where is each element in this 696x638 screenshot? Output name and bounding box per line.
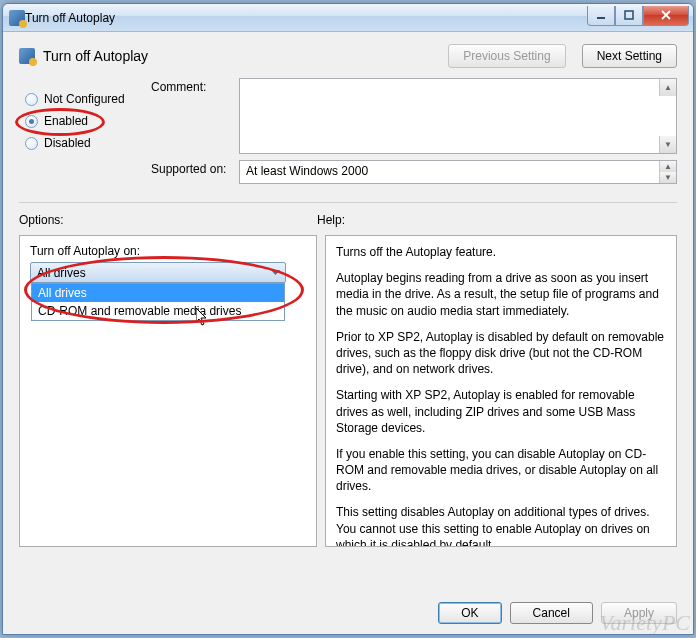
autoplay-on-dropdown[interactable]: All drives All drives CD-ROM and removab…	[30, 262, 286, 283]
radio-not-configured-row[interactable]: Not Configured	[25, 92, 133, 106]
comment-label: Comment:	[151, 78, 239, 154]
supported-on-field: At least Windows 2000 ▲ ▼	[239, 160, 677, 184]
footer-buttons: OK Cancel Apply	[438, 602, 677, 624]
radio-enabled[interactable]	[25, 115, 38, 128]
scroll-down-button[interactable]: ▼	[659, 136, 676, 153]
options-pane: Turn off Autoplay on: All drives All dri…	[19, 235, 317, 547]
radio-not-configured-label: Not Configured	[44, 92, 125, 106]
header-bar: Turn off Autoplay Previous Setting Next …	[3, 32, 693, 72]
radio-enabled-label: Enabled	[44, 114, 88, 128]
options-label: Options:	[19, 213, 317, 227]
dropdown-list: All drives CD-ROM and removable media dr…	[31, 283, 285, 321]
svg-rect-1	[625, 11, 633, 19]
help-text: Autoplay begins reading from a drive as …	[336, 270, 666, 319]
panes: Turn off Autoplay on: All drives All dri…	[3, 231, 693, 559]
autoplay-on-label: Turn off Autoplay on:	[30, 244, 306, 258]
radio-disabled[interactable]	[25, 137, 38, 150]
next-setting-button[interactable]: Next Setting	[582, 44, 677, 68]
scroll-up-button[interactable]: ▲	[659, 161, 676, 172]
maximize-icon	[623, 9, 635, 21]
help-text: This setting disables Autoplay on additi…	[336, 504, 666, 547]
help-text: Starting with XP SP2, Autoplay is enable…	[336, 387, 666, 436]
minimize-button[interactable]	[587, 6, 615, 26]
window-buttons	[587, 6, 693, 26]
radio-enabled-row[interactable]: Enabled	[25, 114, 133, 128]
cancel-button[interactable]: Cancel	[510, 602, 593, 624]
pane-labels: Options: Help:	[3, 209, 693, 231]
maximize-button[interactable]	[615, 6, 643, 26]
divider	[19, 202, 677, 203]
top-section: Not Configured Enabled Disabled Comment:…	[3, 72, 693, 196]
chevron-down-icon	[267, 264, 284, 281]
comment-column: Comment: ▲ ▼ Supported on: At least Wind…	[151, 78, 677, 190]
help-label: Help:	[317, 213, 345, 227]
dropdown-wrapper: All drives All drives CD-ROM and removab…	[30, 262, 306, 283]
previous-setting-button[interactable]: Previous Setting	[448, 44, 565, 68]
dropdown-option[interactable]: All drives	[32, 284, 284, 302]
window-title: Turn off Autoplay	[25, 11, 587, 25]
close-button[interactable]	[643, 6, 689, 26]
radio-disabled-row[interactable]: Disabled	[25, 136, 133, 150]
state-radio-group: Not Configured Enabled Disabled	[25, 78, 133, 190]
radio-disabled-label: Disabled	[44, 136, 91, 150]
ok-button[interactable]: OK	[438, 602, 501, 624]
supported-on-value: At least Windows 2000	[246, 164, 368, 178]
dropdown-selected: All drives	[37, 266, 86, 280]
supported-on-label: Supported on:	[151, 160, 239, 184]
dialog-window: Turn off Autoplay Turn off Autoplay Prev…	[2, 3, 694, 635]
radio-not-configured[interactable]	[25, 93, 38, 106]
help-text: Turns off the Autoplay feature.	[336, 244, 666, 260]
minimize-icon	[595, 9, 607, 21]
policy-icon	[9, 10, 25, 26]
comment-textarea[interactable]: ▲ ▼	[239, 78, 677, 154]
help-text: Prior to XP SP2, Autoplay is disabled by…	[336, 329, 666, 378]
help-pane: Turns off the Autoplay feature. Autoplay…	[325, 235, 677, 547]
scroll-up-button[interactable]: ▲	[659, 79, 676, 96]
help-text: If you enable this setting, you can disa…	[336, 446, 666, 495]
apply-button[interactable]: Apply	[601, 602, 677, 624]
close-icon	[660, 9, 672, 21]
policy-icon	[19, 48, 35, 64]
dropdown-option[interactable]: CD-ROM and removable media drives	[32, 302, 284, 320]
page-title: Turn off Autoplay	[43, 48, 432, 64]
scroll-down-button[interactable]: ▼	[659, 172, 676, 183]
titlebar[interactable]: Turn off Autoplay	[3, 4, 693, 32]
svg-rect-0	[597, 17, 605, 19]
